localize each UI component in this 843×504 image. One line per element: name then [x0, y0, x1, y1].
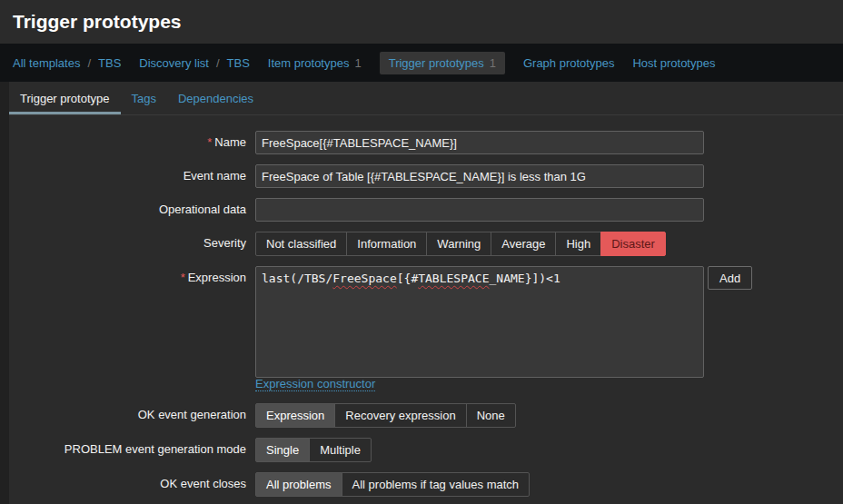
operational-data-label: Operational data	[9, 198, 246, 216]
breadcrumb-item-tbs[interactable]: TBS	[98, 56, 121, 70]
expression-segment: last(/TBS/	[262, 272, 332, 285]
problem-event-generation-mode-option-single[interactable]: Single	[255, 438, 310, 462]
required-asterisk: *	[181, 271, 185, 284]
expression-constructor-link[interactable]: Expression constructor	[255, 377, 375, 391]
expression-label-text: Expression	[188, 271, 246, 284]
severity-option-not-classified[interactable]: Not classified	[255, 232, 347, 256]
ok-event-closes-segmented-control: All problemsAll problems if tag values m…	[255, 472, 530, 497]
page-header: Trigger prototypes	[0, 0, 843, 44]
severity-option-warning[interactable]: Warning	[426, 232, 491, 256]
ok-event-generation-option-recovery-expression[interactable]: Recovery expression	[334, 403, 466, 428]
severity-option-average[interactable]: Average	[491, 232, 556, 256]
breadcrumb-link-text: TBS	[227, 56, 250, 70]
ok-event-closes-option-all-problems-if-tag-values-match[interactable]: All problems if tag values match	[342, 472, 531, 497]
breadcrumb-item-tbs[interactable]: TBS	[227, 56, 250, 70]
problem-event-mode-segmented-control: SingleMultiple	[255, 438, 372, 462]
breadcrumb-separator: /	[87, 56, 91, 70]
problem-event-mode-label: PROBLEM event generation mode	[9, 438, 246, 456]
form-row-name: *Name	[9, 131, 843, 154]
form-row-problem-event-mode: PROBLEM event generation mode SingleMult…	[9, 438, 843, 462]
tab-dependencies[interactable]: Dependencies	[167, 82, 264, 114]
breadcrumb-link-text: TBS	[98, 56, 121, 70]
ok-event-generation-label: OK event generation	[9, 403, 246, 421]
ok-event-closes-label: OK event closes	[9, 472, 246, 490]
form-row-operational-data: Operational data	[9, 198, 843, 222]
ok-event-generation-option-expression[interactable]: Expression	[255, 403, 335, 428]
severity-segmented-control: Not classifiedInformationWarningAverageH…	[255, 232, 666, 256]
expression-segment: [{#	[397, 272, 418, 285]
severity-option-disaster[interactable]: Disaster	[600, 232, 666, 256]
tab-bar: Trigger prototypeTagsDependencies	[9, 82, 843, 115]
form-row-expression-constructor: Expression constructor	[9, 377, 843, 391]
page-title: Trigger prototypes	[13, 11, 182, 33]
expression-segment: _NAME}])<1	[490, 272, 560, 285]
breadcrumb-item-graph-prototypes[interactable]: Graph prototypes	[523, 56, 614, 70]
event-name-input[interactable]	[255, 164, 704, 188]
severity-option-high[interactable]: High	[555, 232, 601, 256]
breadcrumb-link-text: Discovery list	[139, 56, 209, 70]
breadcrumb-count-badge: 1	[354, 56, 361, 70]
breadcrumb-item-all-templates[interactable]: All templates	[13, 56, 80, 70]
expression-label: *Expression	[9, 266, 246, 284]
form-row-severity: Severity Not classifiedInformationWarnin…	[9, 232, 843, 256]
name-input[interactable]	[255, 131, 704, 154]
breadcrumb-separator: /	[216, 56, 220, 70]
breadcrumb-link-text: All templates	[13, 56, 80, 70]
breadcrumb-count-badge: 1	[490, 56, 496, 70]
expression-misspelled-segment: TABLESPACE	[418, 272, 489, 285]
form-row-ok-event-closes: OK event closes All problemsAll problems…	[9, 472, 843, 497]
ok-event-closes-option-all-problems[interactable]: All problems	[255, 472, 342, 497]
breadcrumb: All templates/TBSDiscovery list/TBSItem …	[0, 44, 843, 82]
tab-tags[interactable]: Tags	[121, 82, 167, 114]
breadcrumb-item-host-prototypes[interactable]: Host prototypes	[632, 56, 715, 70]
form-row-event-name: Event name	[9, 164, 843, 188]
required-asterisk: *	[207, 135, 212, 149]
breadcrumb-link-text: Trigger prototypes	[389, 56, 484, 70]
tab-trigger-prototype[interactable]: Trigger prototype	[9, 82, 121, 114]
ok-event-generation-option-none[interactable]: None	[466, 403, 516, 428]
spacer	[9, 377, 246, 381]
severity-label: Severity	[9, 232, 246, 250]
breadcrumb-item-item-prototypes[interactable]: Item prototypes1	[268, 56, 362, 70]
breadcrumb-link-text: Item prototypes	[268, 56, 350, 70]
breadcrumb-item-trigger-prototypes[interactable]: Trigger prototypes1	[380, 52, 505, 74]
expression-misspelled-segment: FreeSpace	[332, 272, 396, 285]
name-label: *Name	[9, 131, 246, 149]
expression-textarea[interactable]: last(/TBS/FreeSpace[{#TABLESPACE_NAME}])…	[255, 266, 704, 378]
breadcrumb-item-discovery-list[interactable]: Discovery list	[139, 56, 209, 70]
page: Trigger prototypes All templates/TBSDisc…	[0, 0, 843, 504]
problem-event-generation-mode-option-multiple[interactable]: Multiple	[309, 438, 372, 462]
ok-event-generation-segmented-control: ExpressionRecovery expressionNone	[255, 403, 516, 428]
breadcrumb-link-text: Host prototypes	[632, 56, 715, 70]
trigger-prototype-form: *Name Event name Operational data Severi…	[9, 115, 843, 497]
expression-add-button[interactable]: Add	[708, 266, 752, 290]
event-name-label: Event name	[9, 164, 246, 183]
name-label-text: Name	[214, 135, 246, 149]
severity-option-information[interactable]: Information	[346, 232, 427, 256]
content-card: Trigger prototypeTagsDependencies *Name …	[9, 82, 843, 504]
form-row-expression: *Expression last(/TBS/FreeSpace[{#TABLES…	[9, 266, 843, 378]
operational-data-input[interactable]	[255, 198, 704, 222]
form-row-ok-event-generation: OK event generation ExpressionRecovery e…	[9, 403, 843, 428]
breadcrumb-link-text: Graph prototypes	[523, 56, 614, 70]
